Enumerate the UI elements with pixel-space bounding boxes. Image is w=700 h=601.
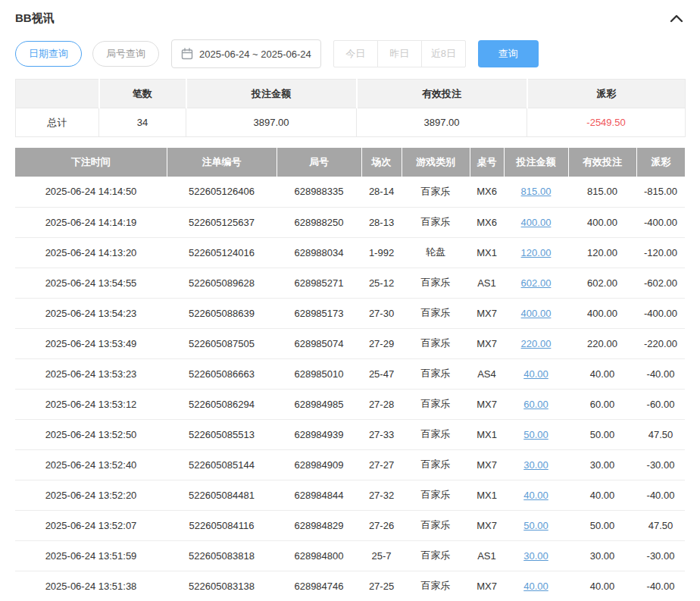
bet-amount-link[interactable]: 602.00: [521, 277, 552, 289]
table-row: 2025-06-24 14:14:19522605125637628988250…: [15, 207, 685, 237]
bet-table-body: 2025-06-24 14:14:50522605126406628988335…: [15, 177, 685, 601]
game-type-cell: 百家乐: [402, 480, 470, 510]
bet-amount-link[interactable]: 30.00: [523, 459, 548, 471]
game-type-cell: 百家乐: [402, 298, 470, 328]
table-row: 2025-06-24 13:54:55522605089628628985271…: [15, 268, 685, 298]
bet-amount-link[interactable]: 40.00: [523, 490, 548, 501]
session-cell: 25-47: [361, 358, 402, 389]
round-no-cell: 628985010: [277, 358, 361, 389]
session-cell: 25-7: [361, 540, 402, 571]
bet-amount-link[interactable]: 220.00: [521, 338, 552, 349]
payout-cell: -40.00: [636, 358, 685, 389]
round-query-tab[interactable]: 局号查询: [92, 41, 159, 67]
bet-amount-cell: 220.00: [504, 328, 568, 358]
game-type-cell: 百家乐: [402, 449, 470, 480]
bet-amount-link[interactable]: 400.00: [521, 217, 552, 228]
bet-no-cell: 522605126406: [167, 177, 277, 207]
table-row: 2025-06-24 13:53:12522605086294628984985…: [15, 389, 685, 419]
round-no-cell: 628984985: [277, 389, 361, 419]
bet-table-header-row: 下注时间 注单编号 局号 场次 游戏类别 桌号 投注金额 有效投注 派彩: [15, 148, 685, 177]
game-type-cell: 百家乐: [402, 328, 470, 358]
bet-amount-cell: 30.00: [504, 449, 568, 480]
chevron-up-icon: [670, 14, 683, 23]
today-button[interactable]: 今日: [333, 40, 378, 67]
bet-no-cell: 522605125637: [167, 207, 277, 237]
round-no-cell: 628984746: [277, 571, 361, 601]
valid-bet-cell: 40.00: [568, 358, 636, 389]
table-no-cell: MX1: [470, 480, 504, 510]
bet-amount-link[interactable]: 40.00: [523, 581, 548, 592]
payout-cell: 47.50: [636, 419, 685, 449]
yesterday-button[interactable]: 昨日: [377, 40, 422, 67]
game-type-cell: 百家乐: [402, 207, 470, 237]
summary-total-row: 总计 34 3897.00 3897.00 -2549.50: [16, 108, 686, 137]
search-button[interactable]: 查询: [478, 40, 539, 67]
payout-cell: 47.50: [636, 510, 685, 540]
bet-no-cell: 522605085144: [167, 449, 277, 480]
payout-cell: -602.00: [636, 268, 685, 298]
bet-amount-link[interactable]: 50.00: [523, 429, 548, 440]
bet-amount-link[interactable]: 50.00: [523, 520, 548, 531]
bet-amount-link[interactable]: 30.00: [523, 550, 548, 562]
payout-cell: -400.00: [636, 298, 685, 328]
date-query-tab[interactable]: 日期查询: [15, 41, 82, 67]
session-cell: 27-30: [361, 298, 402, 328]
bet-amount-cell: 400.00: [504, 207, 568, 237]
game-type-cell: 百家乐: [402, 540, 470, 571]
bet-time-cell: 2025-06-24 14:14:50: [15, 177, 167, 207]
valid-bet-cell: 400.00: [568, 298, 636, 328]
bet-amount-cell: 120.00: [504, 237, 568, 268]
summary-count: 34: [99, 108, 186, 137]
table-no-cell: MX6: [470, 177, 504, 207]
valid-bet-cell: 220.00: [568, 328, 636, 358]
table-row: 2025-06-24 13:52:07522605084116628984829…: [15, 510, 685, 540]
session-cell: 27-28: [361, 389, 402, 419]
game-type-cell: 轮盘: [402, 237, 470, 268]
summary-header-valid-bet: 有效投注: [357, 80, 527, 108]
col-bet-amount: 投注金额: [504, 148, 568, 177]
collapse-button[interactable]: [668, 12, 685, 24]
bet-amount-link[interactable]: 60.00: [523, 399, 548, 410]
game-type-cell: 百家乐: [402, 177, 470, 207]
bet-time-cell: 2025-06-24 13:52:50: [15, 419, 167, 449]
col-round-no: 局号: [277, 148, 361, 177]
calendar-icon: [181, 48, 193, 60]
quick-range-group: 今日 昨日 近8日: [333, 40, 466, 67]
bet-amount-cell: 50.00: [504, 510, 568, 540]
bet-amount-link[interactable]: 40.00: [523, 368, 548, 380]
table-no-cell: MX7: [470, 449, 504, 480]
col-session: 场次: [361, 148, 402, 177]
bet-no-cell: 522605088639: [167, 298, 277, 328]
payout-cell: -30.00: [636, 540, 685, 571]
table-no-cell: MX7: [470, 510, 504, 540]
round-no-cell: 628984800: [277, 540, 361, 571]
col-game-type: 游戏类别: [402, 148, 470, 177]
bet-amount-cell: 60.00: [504, 389, 568, 419]
bet-amount-cell: 40.00: [504, 358, 568, 389]
table-row: 2025-06-24 13:52:20522605084481628984844…: [15, 480, 685, 510]
bet-time-cell: 2025-06-24 13:52:20: [15, 480, 167, 510]
valid-bet-cell: 815.00: [568, 177, 636, 207]
date-range-input[interactable]: 2025-06-24 ~ 2025-06-24: [171, 39, 321, 68]
session-cell: 27-29: [361, 328, 402, 358]
round-no-cell: 628985074: [277, 328, 361, 358]
bet-no-cell: 522605083818: [167, 540, 277, 571]
session-cell: 27-25: [361, 571, 402, 601]
round-no-cell: 628985173: [277, 298, 361, 328]
bet-no-cell: 522605086294: [167, 389, 277, 419]
date-range-value: 2025-06-24 ~ 2025-06-24: [199, 49, 311, 60]
summary-valid-bet: 3897.00: [357, 108, 527, 137]
session-cell: 28-13: [361, 207, 402, 237]
table-row: 2025-06-24 13:52:40522605085144628984909…: [15, 449, 685, 480]
bet-amount-link[interactable]: 400.00: [521, 308, 552, 319]
bet-amount-link[interactable]: 120.00: [521, 247, 552, 258]
valid-bet-cell: 50.00: [568, 510, 636, 540]
bet-no-cell: 522605086663: [167, 358, 277, 389]
valid-bet-cell: 60.00: [568, 389, 636, 419]
game-type-cell: 百家乐: [402, 268, 470, 298]
bet-amount-link[interactable]: 815.00: [521, 186, 552, 197]
table-row: 2025-06-24 13:53:23522605086663628985010…: [15, 358, 685, 389]
last-8-days-button[interactable]: 近8日: [421, 40, 466, 67]
round-no-cell: 628985271: [277, 268, 361, 298]
session-cell: 27-26: [361, 510, 402, 540]
